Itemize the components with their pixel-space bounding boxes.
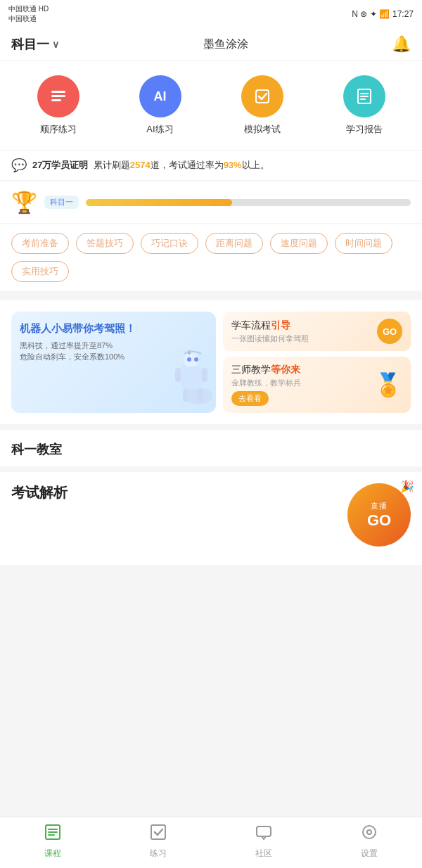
ad-left-title: 机器人小易带你考驾照！ [20,321,207,336]
header: 科目一 ∨ 墨鱼涂涂 🔔 [0,28,422,61]
svg-rect-9 [181,364,202,389]
three-teacher-title: 三师教学等你来 [231,364,301,376]
sequential-label: 顺序练习 [40,123,77,136]
svg-point-25 [367,830,371,834]
classroom-section-title: 科一教室 [0,424,422,466]
robot-icon [160,343,216,413]
svg-rect-14 [175,368,181,382]
svg-rect-17 [197,389,203,402]
exam-analysis-title: 考试解析 [11,483,68,502]
live-go-text: GO [367,511,391,530]
report-icon [343,75,385,117]
svg-point-12 [194,357,198,362]
svg-rect-23 [257,826,271,836]
nav-community[interactable]: 社区 [243,823,285,860]
trophy-icon: 🏆 [11,190,37,215]
progress-fill [86,199,232,206]
carrier-info: 中国联通 HD 中国联通 [8,4,49,24]
carrier2: 中国联通 [8,14,49,24]
svg-rect-0 [51,91,65,93]
status-bar: 中国联通 HD 中国联通 N ⊛ ✦ 📶 17:27 [0,0,422,28]
chevron-down-icon: ∨ [52,39,59,50]
ad-left-banner[interactable]: 机器人小易带你考驾照！ 黑科技，通过率提升至87% 危险自动刹车，安全系数100… [11,312,216,413]
sequential-icon [37,75,79,117]
battery-time: 17:27 [392,9,414,19]
svg-point-11 [187,357,191,362]
subject-selector[interactable]: 科目一 ∨ [11,36,59,53]
confetti-icon: 🎉 [400,480,414,493]
exam-section: 考试解析 🎉 直播 GO [0,466,422,565]
course-label: 课程 [44,848,61,860]
tag-item[interactable]: 速度问题 [270,233,328,254]
carrier1: 中国联通 HD [8,4,49,14]
svg-rect-5 [360,93,369,94]
practice-label: 练习 [150,848,167,860]
mock-label: 模拟考试 [244,123,281,136]
svg-rect-2 [51,99,61,101]
subject-badge: 科目一 [44,196,79,209]
svg-rect-20 [48,831,58,833]
medal-icon: 🏅 [374,371,402,398]
tag-item[interactable]: 答题技巧 [76,233,134,254]
svg-rect-6 [360,96,369,97]
ad-right-bottom-text: 三师教学等你来 金牌教练，教学标兵 去看看 [231,364,301,406]
notification-button[interactable]: 🔔 [392,35,411,53]
ad-section: 机器人小易带你考驾照！ 黑科技，通过率提升至87% 危险自动刹车，安全系数100… [0,300,422,424]
svg-rect-21 [48,834,55,836]
progress-bar [86,199,411,206]
nav-course[interactable]: 课程 [32,823,74,860]
svg-rect-22 [151,825,165,839]
banner: 💬 27万学员证明 累计刷题2574道，考试通过率为93%以上。 [0,150,422,180]
ad-right-top-text: 学车流程引导 一张图读懂如何拿驾照 [231,319,309,344]
action-mock[interactable]: 模拟考试 [241,75,283,136]
svg-rect-1 [51,95,65,97]
svg-rect-3 [256,90,269,103]
signal-icons: N ⊛ ✦ 📶 [352,9,390,19]
report-label: 学习报告 [346,123,383,136]
settings-label: 设置 [361,848,378,860]
ai-icon: AI [139,75,181,117]
tag-item[interactable]: 距离问题 [205,233,263,254]
learn-flow-sub: 一张图读懂如何拿驾照 [231,333,309,344]
trophy-section: 🏆 科目一 [0,181,422,223]
svg-rect-15 [202,368,207,382]
tag-item[interactable]: 时间问题 [335,233,392,254]
mock-icon [241,75,283,117]
live-text: 直播 [371,501,388,511]
action-sequential[interactable]: 顺序练习 [37,75,79,136]
bottom-nav: 课程 练习 社区 设置 [0,817,422,868]
quick-actions: 顺序练习 AI AI练习 模拟考试 学习报告 [0,61,422,150]
subject-label: 科目一 [11,36,49,53]
ad-learn-flow[interactable]: 学车流程引导 一张图读懂如何拿驾照 GO [223,312,411,351]
tag-item[interactable]: 巧记口诀 [141,233,198,254]
tag-item[interactable]: 实用技巧 [11,261,69,282]
action-ai[interactable]: AI AI练习 [139,75,181,136]
nav-practice[interactable]: 练习 [137,823,179,860]
tags-section: 考前准备 答题技巧 巧记口诀 距离问题 速度问题 时间问题 实用技巧 [0,224,422,291]
go-button[interactable]: GO [377,319,402,344]
bell-icon: 🔔 [392,35,411,53]
ai-label: AI练习 [146,123,173,136]
svg-rect-7 [360,98,366,100]
watch-button[interactable]: 去看看 [231,391,269,406]
tag-item[interactable]: 考前准备 [11,233,69,254]
banner-text: 27万学员证明 累计刷题2574道，考试通过率为93%以上。 [32,159,269,172]
live-badge[interactable]: 🎉 直播 GO [347,483,411,547]
ad-right: 学车流程引导 一张图读懂如何拿驾照 GO 三师教学等你来 金牌教练，教学标兵 去… [223,312,411,413]
ad-three-teacher[interactable]: 三师教学等你来 金牌教练，教学标兵 去看看 🏅 [223,357,411,413]
three-teacher-sub: 金牌教练，教学标兵 [231,378,301,388]
community-label: 社区 [255,848,272,860]
practice-icon [149,823,167,845]
status-right: N ⊛ ✦ 📶 17:27 [352,9,414,19]
app-name: 墨鱼涂涂 [203,37,248,52]
svg-rect-16 [183,389,188,402]
learn-flow-title: 学车流程引导 [231,319,309,332]
settings-icon [360,823,378,845]
action-report[interactable]: 学习报告 [343,75,385,136]
community-icon [255,823,273,845]
banner-chat-icon: 💬 [11,158,27,173]
svg-rect-19 [48,829,58,830]
svg-point-24 [363,826,376,838]
course-icon [44,823,62,845]
nav-settings[interactable]: 设置 [348,823,390,860]
